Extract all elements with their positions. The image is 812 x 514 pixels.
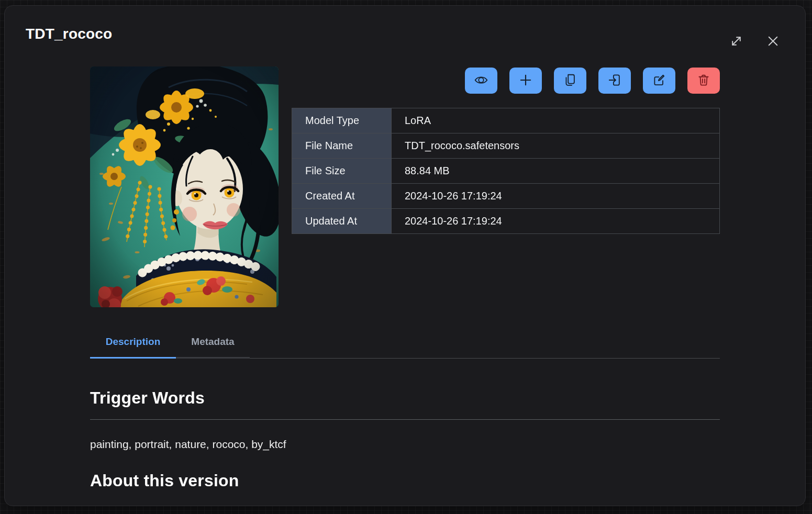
expand-button[interactable]: [727, 33, 745, 51]
tab-description[interactable]: Description: [90, 328, 176, 359]
edit-icon: [652, 73, 666, 89]
trigger-words-text: painting, portrait, nature, rococo, by_k…: [90, 438, 720, 451]
expand-icon: [729, 34, 743, 50]
close-button[interactable]: [764, 33, 782, 51]
plus-icon: [518, 73, 533, 89]
description-panel: Trigger Words painting, portrait, nature…: [90, 388, 720, 490]
model-info-row: Model Type LoRA File Name TDT_rococo.saf…: [90, 66, 720, 307]
about-version-heading: About this version: [90, 471, 720, 490]
edit-button[interactable]: [643, 68, 675, 94]
info-value: 2024-10-26 17:19:24: [392, 209, 720, 234]
copy-icon: [563, 73, 577, 89]
table-row: File Size 88.84 MB: [292, 159, 720, 184]
info-label: Updated At: [292, 209, 392, 234]
modal-title: TDT_rococo: [26, 26, 784, 42]
model-meta-column: Model Type LoRA File Name TDT_rococo.saf…: [292, 66, 720, 307]
table-row: Model Type LoRA: [292, 108, 720, 133]
info-value: 88.84 MB: [392, 159, 720, 184]
model-details-modal: TDT_rococo: [4, 5, 806, 506]
tab-bar: Description Metadata: [90, 328, 720, 359]
info-label: Created At: [292, 184, 392, 209]
add-button[interactable]: [509, 68, 542, 94]
tab-metadata[interactable]: Metadata: [176, 328, 250, 359]
table-row: Created At 2024-10-26 17:19:24: [292, 184, 720, 209]
info-value: TDT_rococo.safetensors: [392, 133, 720, 159]
info-value: LoRA: [392, 108, 720, 133]
info-label: Model Type: [292, 108, 392, 133]
info-value: 2024-10-26 17:19:24: [392, 184, 720, 209]
copy-button[interactable]: [554, 68, 586, 94]
table-row: File Name TDT_rococo.safetensors: [292, 133, 720, 159]
trigger-words-heading: Trigger Words: [90, 388, 720, 408]
modal-content: Model Type LoRA File Name TDT_rococo.saf…: [90, 66, 720, 490]
eye-icon: [474, 73, 488, 89]
delete-button[interactable]: [687, 68, 720, 94]
move-button[interactable]: [598, 68, 631, 94]
model-preview-image: [90, 66, 279, 307]
table-row: Updated At 2024-10-26 17:19:24: [292, 209, 720, 234]
info-label: File Size: [292, 159, 392, 184]
trash-icon: [696, 73, 711, 89]
preview-button[interactable]: [465, 68, 497, 94]
model-info-table: Model Type LoRA File Name TDT_rococo.saf…: [292, 108, 720, 234]
modal-header: TDT_rococo: [5, 6, 805, 42]
section-divider: [90, 419, 720, 420]
close-icon: [766, 34, 780, 50]
info-label: File Name: [292, 133, 392, 159]
file-import-icon: [607, 73, 622, 89]
action-toolbar: [292, 68, 720, 94]
